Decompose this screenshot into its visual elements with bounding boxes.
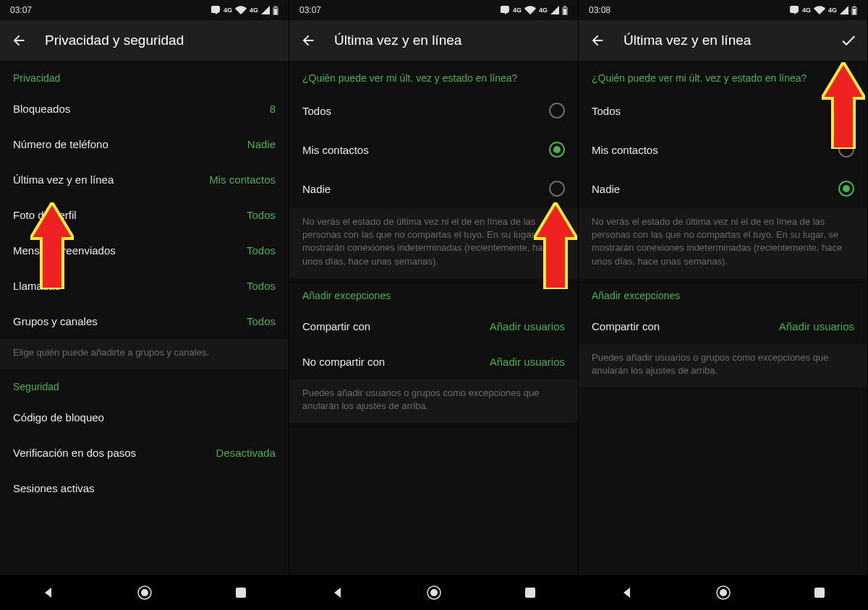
nav-back[interactable]	[316, 586, 359, 599]
app-bar: Última vez y en línea	[579, 20, 867, 61]
status-bar: 03:08 4G 4G	[579, 0, 867, 20]
exceptions-footer: Puedes añadir usuarios o grupos como exc…	[579, 344, 867, 387]
nav-recent[interactable]	[798, 587, 841, 598]
row-dont-share[interactable]: No compartir conAñadir usuarios	[289, 344, 578, 379]
tutorial-arrow-icon	[822, 62, 865, 149]
row-2fa[interactable]: Verificación en dos pasosDesactivada	[0, 435, 289, 471]
svg-rect-7	[564, 6, 566, 7]
nav-recent[interactable]	[509, 587, 552, 598]
info-text: No verás el estado de última vez ni el d…	[579, 208, 867, 278]
svg-rect-17	[814, 588, 825, 598]
app-bar: Privacidad y seguridad	[0, 20, 289, 61]
svg-rect-13	[854, 6, 856, 7]
nav-home[interactable]	[412, 584, 456, 601]
row-sessions[interactable]: Sesiones activas	[0, 471, 289, 506]
question-header: ¿Quién puede ver mi últ. vez y estado en…	[289, 61, 578, 91]
svg-rect-2	[274, 9, 277, 14]
nav-back[interactable]	[27, 586, 70, 599]
status-bar: 03:07 4G 4G	[0, 0, 289, 20]
clock: 03:08	[589, 5, 610, 15]
page-title: Última vez y en línea	[334, 33, 569, 48]
radio-icon	[549, 142, 565, 158]
radio-icon	[549, 103, 565, 119]
back-button[interactable]	[298, 30, 318, 51]
svg-rect-5	[236, 588, 246, 598]
back-button[interactable]	[587, 30, 608, 51]
svg-rect-11	[525, 588, 535, 598]
tutorial-arrow-icon	[534, 202, 577, 289]
content: ¿Quién puede ver mi últ. vez y estado en…	[289, 61, 578, 575]
row-share-with[interactable]: Compartir conAñadir usuarios	[289, 309, 578, 344]
nav-home[interactable]	[123, 584, 166, 601]
svg-point-16	[720, 589, 727, 596]
nav-bar	[579, 575, 867, 610]
nav-bar	[0, 575, 289, 610]
option-nobody[interactable]: Nadie	[579, 169, 867, 208]
section-footer-privacy: Elige quién puede añadirte a grupos y ca…	[0, 339, 289, 369]
exceptions-header: Añadir excepciones	[579, 278, 867, 309]
row-passcode[interactable]: Código de bloqueo	[0, 400, 289, 435]
screen-lastseen-nobody: 03:08 4G 4G Última vez y en línea ¿Quién…	[579, 0, 868, 610]
back-button[interactable]	[9, 30, 29, 51]
screen-privacy: 03:07 4G 4G Privacidad y seguridad Priva…	[0, 0, 289, 610]
option-everyone[interactable]: Todos	[289, 91, 578, 130]
content: Privacidad Bloqueados8 Número de teléfon…	[0, 61, 289, 575]
app-bar: Última vez y en línea	[289, 20, 578, 61]
page-title: Última vez y en línea	[624, 33, 822, 48]
nav-recent[interactable]	[219, 587, 263, 598]
status-icons: 4G 4G	[210, 6, 278, 15]
status-icons: 4G 4G	[789, 6, 857, 15]
svg-point-4	[141, 589, 148, 596]
svg-rect-8	[563, 9, 566, 14]
exceptions-footer: Puedes añadir usuarios o grupos como exc…	[289, 379, 578, 423]
section-header-security: Seguridad	[0, 369, 289, 400]
status-icons: 4G 4G	[500, 6, 568, 15]
nav-home[interactable]	[702, 584, 745, 601]
tutorial-arrow-icon	[30, 202, 74, 289]
section-header-privacy: Privacidad	[0, 61, 289, 91]
confirm-check-button[interactable]	[838, 30, 859, 51]
row-groups[interactable]: Grupos y canalesTodos	[0, 304, 289, 339]
screen-lastseen-contacts: 03:07 4G 4G Última vez y en línea ¿Quién…	[289, 0, 579, 610]
row-share-with[interactable]: Compartir conAñadir usuarios	[579, 309, 867, 344]
row-phone[interactable]: Número de teléfonoNadie	[0, 126, 289, 162]
row-lastseen[interactable]: Última vez y en líneaMis contactos	[0, 162, 289, 197]
radio-icon	[838, 181, 854, 197]
page-title: Privacidad y seguridad	[45, 33, 280, 48]
clock: 03:07	[10, 5, 32, 15]
option-contacts[interactable]: Mis contactos	[289, 130, 578, 169]
radio-icon	[549, 181, 565, 197]
svg-rect-1	[275, 6, 277, 7]
status-bar: 03:07 4G 4G	[289, 0, 578, 20]
clock: 03:07	[299, 5, 321, 15]
svg-point-10	[430, 589, 438, 596]
nav-bar	[289, 575, 578, 610]
nav-back[interactable]	[605, 586, 649, 599]
svg-rect-14	[853, 9, 856, 14]
row-blocked[interactable]: Bloqueados8	[0, 91, 289, 126]
